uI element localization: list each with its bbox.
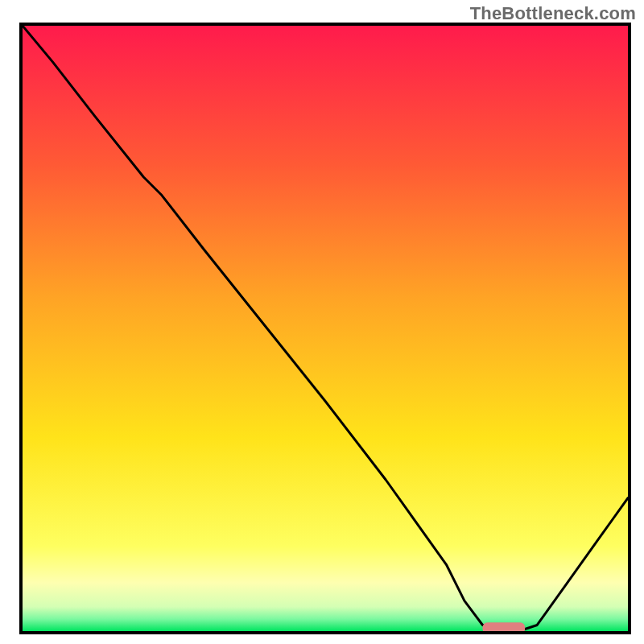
optimal-range-marker bbox=[483, 622, 526, 631]
watermark-text: TheBottleneck.com bbox=[470, 3, 636, 24]
plot-area bbox=[19, 23, 631, 634]
background-gradient bbox=[23, 26, 628, 631]
chart-frame: TheBottleneck.com bbox=[0, 0, 644, 644]
chart-svg bbox=[23, 26, 628, 631]
